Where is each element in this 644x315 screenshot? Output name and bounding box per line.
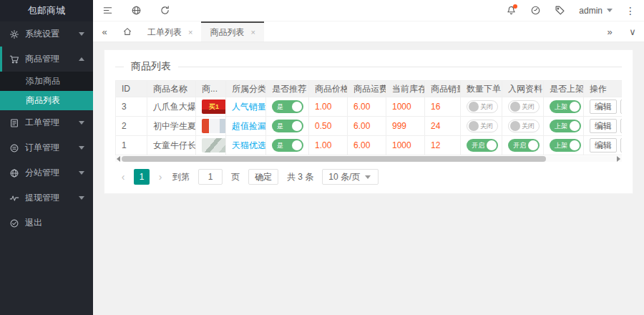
user-menu[interactable]: admin [572,6,621,16]
sidebar-item-label: 提现管理 [25,192,79,204]
total-count-label: 共 3 条 [287,171,313,183]
sidebar-item-logout[interactable]: 退出 [0,210,93,236]
sidebar-item-order-management[interactable]: 订单管理 [0,135,93,160]
page-number-input[interactable] [198,169,223,185]
cell-network-info: 关闭 [502,117,544,136]
page-suffix-label: 页 [231,171,240,183]
more-icon[interactable]: ⋮ [621,5,640,16]
home-icon[interactable] [116,21,139,42]
sidebar-item-worksheet-management[interactable]: 工单管理 [0,110,93,135]
product-table: ID 商品名称 商... 所属分类 是否推荐 商品价格 商品运费 当前库存 商品… [115,80,622,155]
sidebar-item-product-list[interactable]: 商品列表 [0,91,93,110]
network-info-toggle[interactable]: 关闭 [508,120,540,132]
app-window: 包邮商城 系统设置 商品管理 添加商品 商品列表 工单管理 订单管理 [0,0,644,315]
col-header-image: 商... [196,81,226,97]
table-header-row: ID 商品名称 商... 所属分类 是否推荐 商品价格 商品运费 当前库存 商品… [116,81,623,97]
notifications-bell-icon[interactable] [499,0,523,21]
tabbar-spacer [264,21,598,42]
qty-order-toggle[interactable]: 关闭 [467,120,498,132]
worksheet-icon [9,118,19,128]
cart-icon [9,54,19,64]
qty-order-toggle[interactable]: 开启 [467,139,498,152]
product-thumbnail [202,119,226,133]
horizontal-scrollbar[interactable] [115,156,622,162]
cell-qty-order: 开启 [461,136,502,155]
qty-order-toggle[interactable]: 关闭 [467,100,498,113]
cell-shipping: 6.00 [348,136,386,155]
network-info-toggle[interactable]: 开启 [508,139,540,152]
tag-icon[interactable] [547,0,572,21]
app-logo[interactable]: 包邮商城 [0,0,93,21]
delete-button[interactable]: 删除 [620,100,622,114]
cell-shelf: 上架 [544,136,584,155]
sidebar-item-withdraw-management[interactable]: 提现管理 [0,185,93,210]
sidebar-item-add-product[interactable]: 添加商品 [0,72,93,91]
cell-stock: 1000 [386,97,425,117]
cell-recommend: 是 [266,136,309,155]
chevrons-left-icon[interactable]: « [93,21,116,42]
sidebar-item-site-management[interactable]: 分站管理 [0,160,93,185]
tab-product-list[interactable]: 商品列表 × [201,21,263,42]
shelf-toggle[interactable]: 上架 [550,120,581,132]
shelf-toggle[interactable]: 上架 [550,139,581,152]
tab-worksheet-list[interactable]: 工单列表 × [139,21,201,42]
cell-id: 2 [116,117,147,136]
chevrons-right-icon[interactable]: » [598,21,621,42]
close-icon[interactable]: × [250,28,255,37]
cell-name: 初中学生夏... [147,117,196,136]
network-info-toggle[interactable]: 关闭 [508,100,540,113]
recommend-toggle[interactable]: 是 [272,100,303,113]
table-row: 3 八爪鱼大爆... 买1 人气销量 是 1.00 6.00 1000 16 关… [116,97,623,117]
cell-sales: 16 [425,97,461,117]
scroll-right-icon[interactable] [617,156,620,162]
confirm-button[interactable]: 确定 [248,169,278,185]
content-area: 商品列表 ID 商品名称 [93,42,644,315]
toggle-label: 开启 [472,141,484,150]
legend-line [178,67,622,67]
cell-image [196,117,226,136]
chevron-down-icon [79,32,84,36]
edit-button[interactable]: 编辑 [590,138,617,152]
scroll-left-icon[interactable] [117,156,120,162]
scrollbar-track[interactable] [122,156,615,162]
notification-dot [513,4,517,9]
category-link[interactable]: 人气销量 [232,102,266,112]
cell-shelf: 上架 [544,97,584,117]
cell-qty-order: 关闭 [461,117,502,136]
edit-button[interactable]: 编辑 [590,100,617,114]
col-header-actions: 操作 [584,81,623,97]
collapse-sidebar-icon[interactable] [93,0,122,21]
cell-category: 人气销量 [226,97,266,117]
toggle-label: 是 [277,122,283,131]
close-icon[interactable]: × [188,28,192,37]
scrollbar-thumb[interactable] [122,156,546,162]
category-link[interactable]: 超值捡漏 [232,121,266,131]
globe-icon[interactable] [122,0,150,21]
category-link[interactable]: 天猫优选 [232,140,266,150]
edit-button[interactable]: 编辑 [590,119,617,133]
recommend-toggle[interactable]: 是 [272,120,303,132]
toggle-knob [487,140,497,150]
cell-price: 1.00 [309,97,348,117]
cell-id: 1 [116,136,147,155]
col-header-name: 商品名称 [147,81,196,97]
gauge-icon[interactable] [523,0,547,21]
next-page-icon[interactable]: › [152,169,168,185]
chevron-down-icon[interactable]: ∨ [621,21,644,42]
site-icon [9,168,19,178]
sidebar-item-system-settings[interactable]: 系统设置 [0,21,93,47]
delete-button[interactable]: 删除 [620,119,622,133]
current-page-button[interactable]: 1 [134,169,150,185]
delete-button[interactable]: 删除 [620,138,622,152]
recommend-toggle[interactable]: 是 [272,139,303,152]
tabbar: « 工单列表 × 商品列表 × » ∨ [93,21,644,42]
refresh-icon[interactable] [150,0,179,21]
toggle-knob [510,102,520,112]
shelf-toggle[interactable]: 上架 [550,100,581,113]
page-size-select[interactable]: 10 条/页 [322,169,379,185]
page-size-value: 10 条/页 [328,171,360,183]
prev-page-icon[interactable]: ‹ [115,169,131,185]
sidebar-item-product-management[interactable]: 商品管理 [0,47,93,72]
col-header-category: 所属分类 [226,81,266,97]
sidebar-item-label: 退出 [25,217,86,229]
